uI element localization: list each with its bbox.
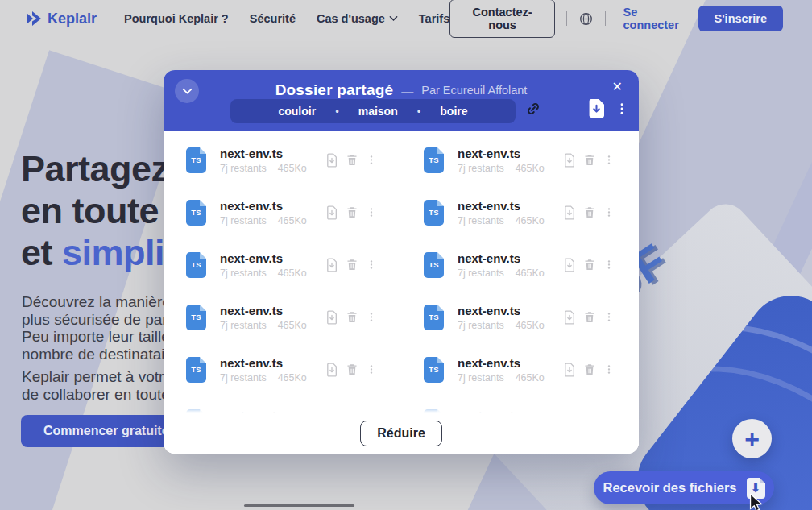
signup-button[interactable]: S'inscrire — [698, 6, 784, 31]
file-list-item[interactable]: TS next-env.ts 7j restants 465Ko — [164, 291, 401, 343]
file-expiry: 7j restants — [458, 267, 504, 279]
file-size: 465Ko — [516, 215, 545, 226]
file-list-item[interactable]: TS next-env.ts 7j restants 465Ko — [164, 186, 401, 238]
download-arrow-glyph: ⬇ — [751, 482, 761, 494]
file-meta: 7j restants 465Ko — [220, 163, 307, 174]
nav-item-cas-dusage[interactable]: Cas d'usage — [317, 12, 398, 25]
login-link[interactable]: Se connecter — [624, 6, 681, 31]
chevron-down-icon — [389, 15, 398, 22]
file-size: 465Ko — [516, 320, 545, 331]
delete-file-icon[interactable] — [346, 258, 358, 272]
collapse-button[interactable] — [175, 79, 199, 103]
tag-couloir[interactable]: couloir — [278, 105, 316, 118]
download-file-icon[interactable] — [325, 258, 338, 272]
file-list-item[interactable]: TS next-env.ts 7j restants 465Ko — [164, 343, 401, 396]
file-more-icon[interactable] — [366, 258, 377, 272]
file-list-item[interactable]: TS next-env.ts 7j restants 465Ko — [401, 291, 639, 343]
file-more-icon[interactable] — [603, 153, 615, 167]
language-selector[interactable] — [578, 11, 594, 27]
delete-file-icon[interactable] — [346, 310, 358, 324]
download-file-icon[interactable] — [563, 310, 576, 325]
file-meta: 7j restants 465Ko — [458, 215, 545, 226]
delete-file-icon[interactable] — [346, 205, 358, 219]
file-size: 465Ko — [278, 163, 307, 174]
file-more-icon[interactable] — [366, 153, 377, 167]
file-expiry: 7j restants — [220, 267, 267, 279]
download-file-icon[interactable] — [325, 205, 338, 220]
file-info: next-env.ts 7j restants 465Ko — [220, 147, 307, 174]
nav-divider — [566, 11, 567, 26]
download-file-icon[interactable] — [325, 363, 338, 377]
file-actions — [325, 258, 377, 272]
download-file-icon[interactable] — [563, 205, 576, 220]
file-meta: 7j restants 465Ko — [220, 267, 307, 279]
receive-files-button[interactable]: Recevoir des fichiers ⬇ — [594, 471, 774, 504]
file-expiry: 7j restants — [220, 372, 267, 384]
ts-file-icon: TS — [186, 305, 206, 330]
file-name: next-env.ts — [458, 356, 545, 370]
file-size: 465Ko — [516, 163, 545, 174]
file-list-item[interactable]: TS next-env.ts 7j restants 465Ko — [401, 186, 639, 238]
file-more-icon[interactable] — [603, 310, 615, 324]
delete-file-icon[interactable] — [346, 363, 358, 376]
keplair-logo[interactable]: Keplair — [26, 10, 97, 27]
folder-tags-pill[interactable]: couloir • maison • boire — [230, 99, 516, 123]
file-more-icon[interactable] — [366, 363, 377, 376]
file-more-icon[interactable] — [366, 310, 377, 324]
download-all-icon[interactable] — [589, 99, 604, 118]
delete-file-icon[interactable] — [583, 310, 596, 324]
download-file-icon[interactable] — [563, 363, 576, 377]
file-more-icon[interactable] — [603, 363, 615, 376]
modal-footer: Réduire — [164, 413, 639, 454]
file-expiry: 7j restants — [220, 320, 267, 331]
delete-file-icon[interactable] — [583, 258, 596, 272]
nav-item-securite[interactable]: Sécurité — [250, 12, 296, 25]
delete-file-icon[interactable] — [583, 205, 596, 219]
file-more-icon[interactable] — [603, 258, 615, 272]
nav-item-pourquoi[interactable]: Pourquoi Keplair ? — [124, 12, 229, 25]
file-list-item[interactable]: TS next-env.ts 7j restants 465Ko — [401, 238, 639, 291]
ts-file-icon: TS — [424, 252, 444, 278]
file-name: next-env.ts — [220, 251, 307, 265]
file-more-icon[interactable] — [366, 205, 377, 219]
copy-link-icon[interactable] — [524, 100, 542, 118]
download-file-icon[interactable] — [563, 258, 576, 272]
receive-files-label: Recevoir des fichiers — [603, 480, 737, 495]
delete-file-icon[interactable] — [583, 363, 596, 376]
file-list-item[interactable]: TS next-env.ts 7j restants 465Ko — [164, 134, 401, 186]
file-size: 465Ko — [278, 372, 307, 384]
download-file-icon[interactable] — [325, 153, 338, 168]
file-list-item[interactable]: TS next-env.ts 7j restants 465Ko — [164, 238, 401, 291]
file-expiry: 7j restants — [458, 320, 504, 331]
reduce-button[interactable]: Réduire — [360, 421, 442, 446]
add-files-fab[interactable]: + — [732, 419, 772, 458]
more-options-icon[interactable] — [615, 100, 629, 118]
file-list-item[interactable]: TS next-env.ts 7j restants 465Ko — [401, 134, 639, 186]
file-size: 465Ko — [278, 320, 307, 331]
shared-folder-modal: Dossier partagé — Par Ecureuil Affolant … — [164, 70, 639, 454]
file-info: next-env.ts 7j restants 465Ko — [220, 304, 307, 331]
tag-maison[interactable]: maison — [358, 105, 398, 118]
nav-links: Pourquoi Keplair ? Sécurité Cas d'usage … — [124, 12, 450, 25]
contact-button[interactable]: Contactez-nous — [450, 0, 555, 38]
delete-file-icon[interactable] — [346, 153, 358, 167]
file-list-item[interactable]: TS next-env.ts 7j restants 465Ko — [401, 343, 639, 396]
download-file-icon[interactable] — [563, 153, 576, 168]
globe-icon — [578, 11, 594, 27]
ts-file-icon: TS — [424, 357, 444, 383]
close-icon[interactable]: ✕ — [612, 79, 623, 95]
file-info: next-env.ts 7j restants 465Ko — [220, 356, 307, 384]
file-meta: 7j restants 465Ko — [220, 320, 307, 331]
ts-file-icon: TS — [424, 200, 444, 226]
chevron-down-icon — [182, 88, 193, 95]
tag-boire[interactable]: boire — [440, 105, 467, 118]
file-more-icon[interactable] — [603, 205, 615, 219]
nav-item-tarifs[interactable]: Tarifs — [419, 12, 450, 25]
file-size: 465Ko — [278, 215, 307, 226]
delete-file-icon[interactable] — [583, 153, 596, 167]
file-info: next-env.ts 7j restants 465Ko — [458, 304, 545, 331]
file-info: next-env.ts 7j restants 465Ko — [458, 199, 545, 226]
nav-divider — [605, 11, 606, 26]
file-actions — [325, 205, 377, 220]
download-file-icon[interactable] — [325, 310, 338, 325]
